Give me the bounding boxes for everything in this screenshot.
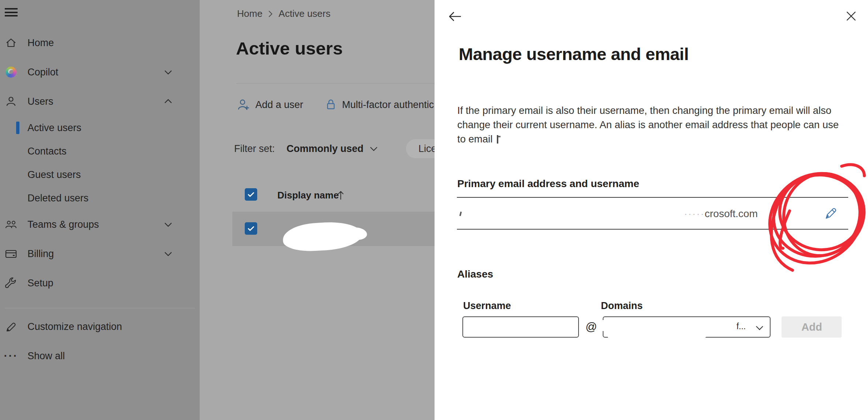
chevron-down-icon <box>163 220 173 229</box>
sidebar-item-teams-groups[interactable]: Teams & groups <box>0 210 200 239</box>
breadcrumb-chevron-icon <box>267 10 273 18</box>
sidebar-item-label: Active users <box>27 122 81 134</box>
main-content: Home Active users Active users Add a use… <box>200 0 435 420</box>
sidebar-item-label: Contacts <box>27 146 67 157</box>
filter-row: Filter set: Commonly used License <box>234 138 435 159</box>
username-label: Username <box>463 300 511 312</box>
toolbar: Add a user Multi-factor authentic <box>237 94 434 115</box>
redacted-email-prefix: ····· <box>684 208 705 219</box>
sidebar-item-billing[interactable]: Billing <box>0 239 200 268</box>
sidebar-item-setup[interactable]: Setup <box>0 268 200 298</box>
chevron-up-icon <box>163 97 173 106</box>
sidebar-item-label: Home <box>27 37 54 49</box>
edit-pencil-icon[interactable] <box>823 206 838 221</box>
breadcrumb: Home Active users <box>237 8 330 19</box>
redacted-text-remnant <box>497 135 498 144</box>
person-add-icon <box>237 98 250 111</box>
sidebar-item-show-all[interactable]: ··· Show all <box>0 341 200 371</box>
home-icon <box>5 37 17 49</box>
filter-set-label: Filter set: <box>234 143 275 155</box>
row-checkbox[interactable] <box>245 222 257 235</box>
primary-email-value: ·····crosoft.com <box>684 208 758 220</box>
sidebar-divider <box>5 308 195 308</box>
person-icon <box>5 95 17 108</box>
redacted-text-remnant <box>459 212 462 216</box>
sidebar-item-label: Deleted users <box>27 193 89 204</box>
breadcrumb-home-link[interactable]: Home <box>237 8 262 19</box>
redacted-domain-remnant: f... <box>736 321 746 331</box>
sidebar-item-copilot[interactable]: Copilot <box>0 57 200 87</box>
domains-dropdown[interactable]: f... <box>603 316 771 338</box>
people-group-icon <box>5 218 17 231</box>
sidebar-item-label: Users <box>27 96 53 107</box>
credit-card-icon <box>5 248 17 260</box>
active-indicator <box>16 122 19 134</box>
column-header-display-name[interactable]: Display name <box>277 190 339 201</box>
chevron-down-icon <box>754 323 765 333</box>
sidebar-item-contacts[interactable]: Contacts <box>0 140 200 163</box>
alias-input-row: @ f... Add <box>462 316 842 338</box>
domains-label: Domains <box>601 300 643 312</box>
wrench-icon <box>5 277 17 289</box>
redaction-whiteout <box>601 320 606 331</box>
lock-icon <box>325 98 337 111</box>
hamburger-menu-icon[interactable] <box>5 8 18 18</box>
page-title: Active users <box>236 38 343 59</box>
m365-admin-app: Home Copilot Users Active <box>0 0 868 420</box>
back-button[interactable] <box>448 10 462 23</box>
close-icon[interactable] <box>845 10 858 23</box>
primary-email-heading: Primary email address and username <box>457 178 639 190</box>
sidebar-item-label: Guest users <box>27 169 81 181</box>
sidebar-item-label: Show all <box>27 350 65 362</box>
sidebar-item-active-users[interactable]: Active users <box>0 116 200 140</box>
multi-factor-auth-button[interactable]: Multi-factor authentic <box>325 98 434 111</box>
divider <box>236 83 435 83</box>
username-input[interactable] <box>462 316 579 338</box>
table-row[interactable] <box>232 212 435 246</box>
filter-set-value[interactable]: Commonly used <box>287 143 363 155</box>
add-user-button[interactable]: Add a user <box>237 98 303 111</box>
sort-ascending-icon <box>336 189 346 200</box>
select-all-checkbox[interactable] <box>245 188 257 201</box>
license-filter-pill[interactable]: License <box>406 139 435 158</box>
add-alias-button[interactable]: Add <box>782 316 842 338</box>
sidebar-item-users[interactable]: Users <box>0 87 200 116</box>
sidebar-item-label: Copilot <box>27 67 58 78</box>
sidebar-item-deleted-users[interactable]: Deleted users <box>0 186 200 210</box>
mfa-label: Multi-factor authentic <box>342 99 434 111</box>
at-separator: @ <box>586 320 597 334</box>
redacted-display-name <box>282 220 363 252</box>
add-user-label: Add a user <box>255 99 303 111</box>
ellipsis-icon: ··· <box>5 350 17 362</box>
chevron-down-icon[interactable] <box>369 144 378 153</box>
sidebar-item-label: Teams & groups <box>27 219 99 230</box>
sidebar-item-label: Customize navigation <box>27 321 122 332</box>
panel-description: If the primary email is also their usern… <box>457 103 857 146</box>
sidebar-item-label: Billing <box>27 248 54 260</box>
table-header: Display name <box>200 185 435 206</box>
chevron-down-icon <box>163 67 173 77</box>
email-domain: crosoft.com <box>705 208 758 219</box>
sidebar-item-guest-users[interactable]: Guest users <box>0 163 200 186</box>
redaction-whiteout <box>658 334 706 339</box>
sidebar-item-home[interactable]: Home <box>0 28 200 57</box>
chevron-down-icon <box>163 249 173 259</box>
sidebar-item-customize-navigation[interactable]: Customize navigation <box>0 312 200 341</box>
aliases-heading: Aliases <box>457 268 493 280</box>
panel-title: Manage username and email <box>459 44 688 64</box>
primary-email-row: ·····crosoft.com <box>457 197 848 230</box>
sidebar-nav: Home Copilot Users Active <box>0 28 200 371</box>
pencil-icon <box>5 320 17 333</box>
breadcrumb-current: Active users <box>278 8 330 19</box>
sidebar-item-label: Setup <box>27 278 53 289</box>
copilot-icon <box>5 66 17 78</box>
sidebar: Home Copilot Users Active <box>0 0 200 420</box>
manage-username-panel: Manage username and email If the primary… <box>435 0 868 420</box>
